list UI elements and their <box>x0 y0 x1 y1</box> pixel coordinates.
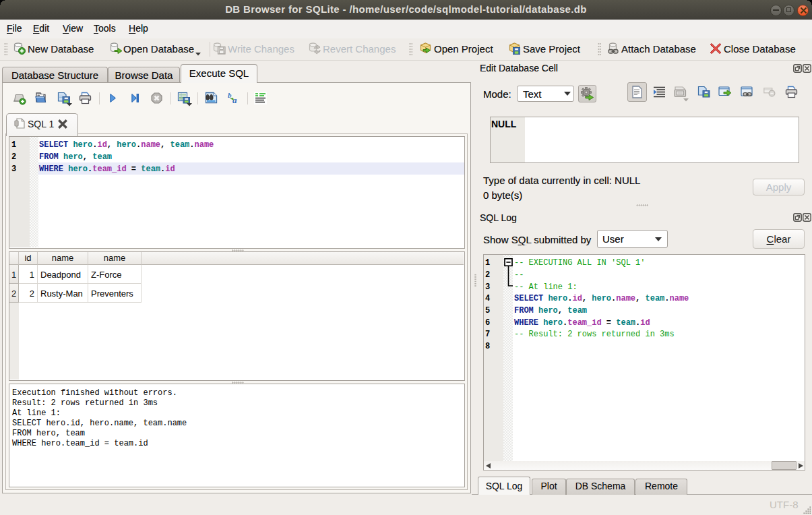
svg-text:b: b <box>228 92 232 99</box>
